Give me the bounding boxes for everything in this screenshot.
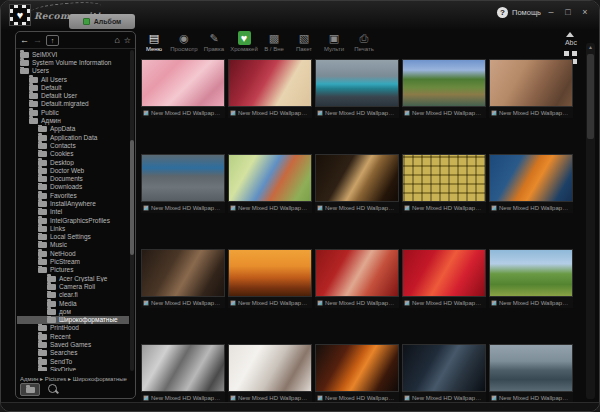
thumb-bw-crowd[interactable] <box>141 344 225 392</box>
dock-icon[interactable] <box>566 32 574 37</box>
thumb-night-carrier-jet[interactable] <box>402 344 486 392</box>
toolbar-button[interactable]: ♥ Хромакей <box>229 31 259 58</box>
toolbar-button[interactable]: ▣ Мульти <box>319 31 349 58</box>
tree-item[interactable]: Acer Crystal Eye <box>17 274 129 282</box>
tree-scrollbar[interactable] <box>130 50 134 371</box>
content-scrollbar[interactable]: ▲ <box>586 43 595 399</box>
tree-item[interactable]: SkyDrive <box>17 365 129 371</box>
tree-item[interactable]: Doctor Web <box>17 166 129 174</box>
thumb-sunset-birds[interactable] <box>228 249 312 297</box>
thumb-windmill-field[interactable] <box>489 249 573 297</box>
thumbnail-cell[interactable]: New Mixed HD Wallpapers Pac <box>141 344 225 403</box>
home-icon[interactable]: ⌂ <box>114 35 119 45</box>
tree-item[interactable]: Links <box>17 224 129 232</box>
thumbnail-cell[interactable]: New Mixed HD Wallpapers Pac <box>489 344 573 403</box>
thumbnail-cell[interactable]: New Mixed HD Wallpapers Pac <box>141 59 225 118</box>
tree-item[interactable]: Recent <box>17 332 129 340</box>
thumbnail-cell[interactable]: New Mixed HD Wallpapers Pac <box>228 154 312 213</box>
thumbnail-cell[interactable]: New Mixed HD Wallpapers Pac <box>402 59 486 118</box>
tree-item[interactable]: SelMXVI <box>17 50 129 58</box>
tab-album[interactable]: Альбом <box>69 14 135 29</box>
tree-item[interactable]: NetHood <box>17 249 129 257</box>
minimize-button[interactable]: – <box>545 6 557 18</box>
folder-up-icon[interactable]: ↑ <box>46 35 59 46</box>
toolbar-button[interactable]: ✎ Правка <box>199 31 229 58</box>
tree-item[interactable]: Pictures <box>17 266 129 274</box>
thumbnail-cell[interactable]: New Mixed HD Wallpapers Pac <box>489 249 573 308</box>
tree-item[interactable]: IntelGraphicsProfiles <box>17 216 129 224</box>
tree-item[interactable]: SendTo <box>17 357 129 365</box>
thumbnail-cell[interactable]: New Mixed HD Wallpapers Pac <box>402 249 486 308</box>
thumb-woman-lingerie[interactable] <box>141 249 225 297</box>
tree-item[interactable]: Music <box>17 241 129 249</box>
thumb-pink-cupcakes[interactable] <box>141 59 225 107</box>
tree-item[interactable]: System Volume Information <box>17 58 129 66</box>
thumb-river-landscape[interactable] <box>402 59 486 107</box>
thumbnail-cell[interactable]: New Mixed HD Wallpapers Pac <box>489 59 573 118</box>
tree-item[interactable]: Широкоформатные <box>17 316 129 324</box>
thumbnail-cell[interactable]: New Mixed HD Wallpapers Pac <box>315 59 399 118</box>
tree-item[interactable]: Saved Games <box>17 340 129 348</box>
tree-item[interactable]: InstallAnywhere <box>17 199 129 207</box>
thumbnail-cell[interactable]: New Mixed HD Wallpapers Pac <box>141 249 225 308</box>
tree-item[interactable]: Users <box>17 67 129 75</box>
thumbnail-cell[interactable]: New Mixed HD Wallpapers Pac <box>228 249 312 308</box>
close-button[interactable]: × <box>579 6 591 18</box>
toolbar-button[interactable]: ◉ Просмотр <box>169 31 199 58</box>
thumb-woman-on-bed[interactable] <box>489 59 573 107</box>
thumb-dark-cave-light[interactable] <box>315 154 399 202</box>
toolbar-button[interactable]: ▤ Меню <box>139 31 169 58</box>
thumbnail-cell[interactable]: New Mixed HD Wallpapers Pac <box>402 344 486 403</box>
folder-view-button[interactable] <box>20 383 40 396</box>
tree-item[interactable]: Application Data <box>17 133 129 141</box>
thumbnail-cell[interactable]: New Mixed HD Wallpapers Pac <box>228 344 312 403</box>
forward-icon[interactable]: → <box>33 35 42 45</box>
toolbar-button[interactable]: ⎙ Печать <box>349 31 379 58</box>
thumbnail-cell[interactable]: New Mixed HD Wallpapers Pac <box>315 344 399 403</box>
toolbar-button[interactable]: ▩ В / Вне <box>259 31 289 58</box>
tree-item[interactable]: Cookies <box>17 150 129 158</box>
thumb-woman-red-berries[interactable] <box>315 249 399 297</box>
tree-item[interactable]: Camera Roll <box>17 282 129 290</box>
tree-item[interactable]: Documents <box>17 174 129 182</box>
thumb-woman-white-sofa[interactable] <box>228 344 312 392</box>
tree-item[interactable]: Intel <box>17 208 129 216</box>
thumb-roses-gift-box[interactable] <box>228 59 312 107</box>
tree-item[interactable]: PicStream <box>17 257 129 265</box>
tree-item[interactable]: All Users <box>17 75 129 83</box>
tree-item[interactable]: Downloads <box>17 183 129 191</box>
thumb-war-explosion[interactable] <box>315 344 399 392</box>
tree-item[interactable]: Searches <box>17 349 129 357</box>
tree-item[interactable]: Media <box>17 299 129 307</box>
thumbnail-cell[interactable]: New Mixed HD Wallpapers Pac <box>402 154 486 213</box>
thumbnail-cell[interactable]: New Mixed HD Wallpapers Pac <box>228 59 312 118</box>
thumbnail-cell[interactable]: New Mixed HD Wallpapers Pac <box>315 249 399 308</box>
thumb-helicopter-deck[interactable] <box>141 154 225 202</box>
tree-item[interactable]: clear.fi <box>17 291 129 299</box>
thumbnail-cell[interactable]: New Mixed HD Wallpapers Pac <box>315 154 399 213</box>
tree-item[interactable]: Default User <box>17 91 129 99</box>
thumb-wicker-texture[interactable] <box>402 154 486 202</box>
tree-item[interactable]: Contacts <box>17 141 129 149</box>
tree-item[interactable]: Default <box>17 83 129 91</box>
thumb-hummingbird[interactable] <box>228 154 312 202</box>
tree-item[interactable]: Local Settings <box>17 233 129 241</box>
tree-scrollbar-thumb[interactable] <box>130 140 134 255</box>
tree-item[interactable]: Desktop <box>17 158 129 166</box>
tree-item[interactable]: Админ <box>17 116 129 124</box>
tree-item[interactable]: Favorites <box>17 191 129 199</box>
content-scrollbar-thumb[interactable] <box>587 54 594 139</box>
tree-item[interactable]: дом <box>17 307 129 315</box>
favorites-star-icon[interactable]: ☆ <box>124 36 131 45</box>
help-button[interactable]: ? Помощь <box>497 7 541 18</box>
back-icon[interactable]: ← <box>20 35 29 45</box>
abc-sort-toggle[interactable]: Abc <box>565 39 577 46</box>
maximize-button[interactable]: □ <box>562 6 574 18</box>
thumbnail-cell[interactable]: New Mixed HD Wallpapers Pac <box>489 154 573 213</box>
thumbnail-cell[interactable]: New Mixed HD Wallpapers Pac <box>141 154 225 213</box>
thumb-navy-battleship[interactable] <box>489 344 573 392</box>
thumb-orange-coral[interactable] <box>489 154 573 202</box>
toolbar-button[interactable]: ▧ Пакет <box>289 31 319 58</box>
thumb-blue-sports-car[interactable] <box>315 59 399 107</box>
tree-item[interactable]: PrintHood <box>17 324 129 332</box>
